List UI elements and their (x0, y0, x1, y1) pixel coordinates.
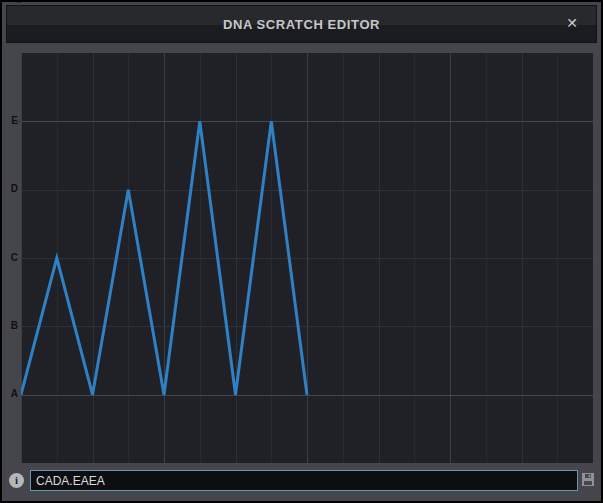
save-icon[interactable] (582, 473, 594, 486)
y-axis-label-b: B (2, 320, 18, 332)
titlebar[interactable]: DNA SCRATCH EDITOR ✕ (6, 5, 597, 43)
close-icon[interactable]: ✕ (566, 16, 578, 30)
axis-tick (17, 2, 21, 3)
y-axis-label-a: A (2, 388, 18, 400)
scratch-waveform-canvas[interactable] (21, 53, 593, 463)
info-icon[interactable]: i (9, 473, 24, 488)
y-axis-label-c: C (2, 252, 18, 264)
sequence-input[interactable] (30, 470, 578, 491)
window-frame: DNA SCRATCH EDITOR ✕ E D C B A i (2, 2, 601, 501)
window-title: DNA SCRATCH EDITOR (223, 17, 380, 32)
dna-scratch-editor-window: DNA SCRATCH EDITOR ✕ E D C B A i (0, 0, 603, 503)
y-axis-label-d: D (2, 183, 18, 195)
y-axis-label-e: E (2, 115, 18, 127)
scratch-waveform-svg (21, 53, 593, 463)
